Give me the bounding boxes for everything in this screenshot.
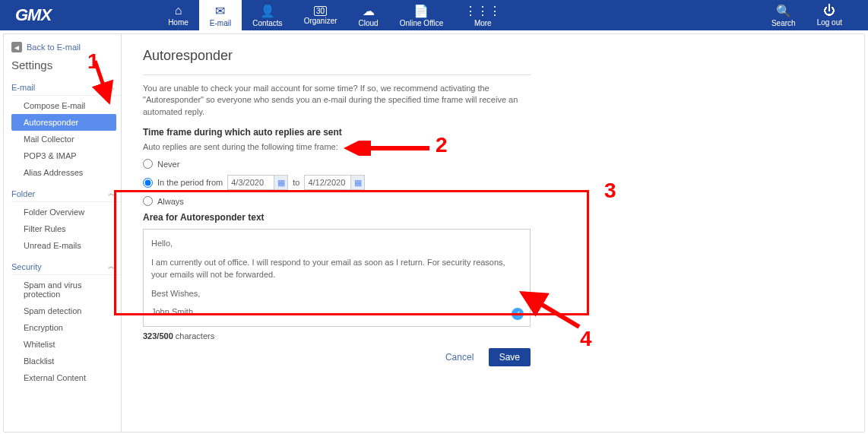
section-security-header[interactable]: Security︽: [11, 258, 121, 275]
ta-line2: I am currently out of office. I will res…: [151, 256, 522, 281]
home-icon: ⌂: [175, 4, 182, 17]
logo: GMX: [15, 5, 51, 25]
radio-never-row[interactable]: Never: [143, 159, 843, 169]
date-to-wrap: ▦: [304, 175, 365, 190]
nav-search[interactable]: 🔍Search: [761, 0, 806, 30]
ta-line1: Hello,: [151, 237, 522, 250]
radio-period-row[interactable]: In the period from ▦ to ▦: [143, 175, 843, 190]
text-area-section: Area for Autoresponder text Hello, I am …: [143, 212, 843, 341]
page-title: Autoresponder: [143, 48, 531, 75]
sidebar-item-folder-overview[interactable]: Folder Overview: [11, 204, 116, 220]
nav-logout[interactable]: ⏻Log out: [806, 0, 853, 30]
ta-line4: John Smith: [151, 306, 522, 318]
radio-to-label: to: [293, 178, 299, 187]
action-row: Cancel Save: [143, 348, 531, 366]
date-from-wrap: ▦: [227, 175, 288, 190]
autoresponder-textbox[interactable]: Hello, I am currently out of office. I w…: [143, 229, 531, 327]
calendar-icon[interactable]: ▦: [274, 176, 287, 189]
sidebar-item-whitelist[interactable]: Whitelist: [11, 336, 116, 353]
nav-email[interactable]: ✉E-mail: [199, 0, 242, 30]
radio-period-label: In the period from: [157, 178, 223, 187]
char-count: 323/500 characters: [143, 331, 843, 341]
nav-right: 🔍Search ⏻Log out: [761, 0, 853, 30]
back-link-text[interactable]: Back to E-mail: [27, 43, 81, 52]
email-icon: ✉: [215, 4, 225, 18]
sidebar-item-alias[interactable]: Alias Addresses: [11, 164, 116, 181]
sidebar-item-blacklist[interactable]: Blacklist: [11, 353, 116, 369]
contacts-icon: 👤: [260, 4, 275, 18]
nav-contacts[interactable]: 👤Contacts: [242, 0, 293, 30]
sidebar-item-autoresponder[interactable]: Autoresponder: [11, 114, 116, 131]
cancel-button[interactable]: Cancel: [438, 348, 481, 366]
nav-cloud[interactable]: ☁Cloud: [348, 0, 389, 30]
svg-line-2: [523, 293, 579, 327]
annotation-2: 2: [436, 133, 448, 157]
annotation-arrow-4: [517, 289, 585, 331]
sidebar-item-pop3[interactable]: POP3 & IMAP: [11, 147, 116, 164]
calendar-icon: 30: [314, 6, 327, 16]
sidebar-item-encryption[interactable]: Encryption: [11, 319, 116, 336]
nav-home[interactable]: ⌂Home: [157, 0, 199, 30]
cloud-icon: ☁: [363, 4, 375, 18]
calendar-icon[interactable]: ▦: [350, 176, 364, 189]
annotation-arrow-2: [342, 141, 433, 156]
timeframe-title: Time frame during which auto replies are…: [143, 127, 843, 138]
logout-icon: ⏻: [823, 4, 835, 17]
more-icon: ⋮⋮⋮: [464, 4, 501, 18]
radio-period[interactable]: [143, 178, 153, 188]
sidebar-item-spam-virus[interactable]: Spam and virus protection: [11, 277, 116, 303]
sidebar-item-filter-rules[interactable]: Filter Rules: [11, 220, 116, 237]
radio-always-label: Always: [157, 197, 184, 206]
chevron-left-icon: ◄: [11, 42, 22, 52]
date-from-input[interactable]: [228, 176, 274, 188]
back-link[interactable]: ◄ Back to E-mail: [11, 42, 121, 52]
ta-title: Area for Autoresponder text: [143, 212, 843, 223]
office-icon: 📄: [413, 4, 429, 18]
nav-more[interactable]: ⋮⋮⋮More: [454, 0, 512, 30]
intro-text: You are unable to check your mail accoun…: [143, 83, 531, 118]
save-button[interactable]: Save: [489, 348, 531, 366]
radio-always-row[interactable]: Always: [143, 196, 843, 206]
top-nav: GMX ⌂Home ✉E-mail 👤Contacts 30Organizer …: [0, 0, 868, 30]
collapse-icon: ︽: [108, 188, 115, 198]
radio-always[interactable]: [143, 196, 153, 206]
sidebar-item-collector[interactable]: Mail Collector: [11, 131, 116, 147]
ta-line3: Best Wishes,: [151, 287, 522, 300]
sidebar-item-spam-detection[interactable]: Spam detection: [11, 303, 116, 319]
main-content: Autoresponder You are unable to check yo…: [122, 34, 864, 432]
timeframe-sub: Auto replies are sent during the followi…: [143, 142, 843, 151]
nav-organizer[interactable]: 30Organizer: [293, 0, 348, 30]
content-wrapper: ◄ Back to E-mail Settings E-mail︽ Compos…: [3, 33, 865, 432]
collapse-icon: ︽: [108, 261, 115, 271]
radio-never-label: Never: [157, 160, 179, 169]
search-icon: 🔍: [776, 4, 791, 18]
sidebar-item-external[interactable]: External Content: [11, 369, 116, 386]
sidebar-item-unread[interactable]: Unread E-mails: [11, 237, 116, 254]
nav-office[interactable]: 📄Online Office: [389, 0, 455, 30]
nav-items: ⌂Home ✉E-mail 👤Contacts 30Organizer ☁Clo…: [157, 0, 512, 30]
annotation-1: 1: [87, 49, 100, 74]
section-folder-header[interactable]: Folder︽: [11, 185, 121, 202]
date-to-input[interactable]: [305, 176, 350, 188]
annotation-4: 4: [580, 327, 592, 351]
radio-never[interactable]: [143, 159, 153, 169]
annotation-3: 3: [604, 179, 616, 203]
